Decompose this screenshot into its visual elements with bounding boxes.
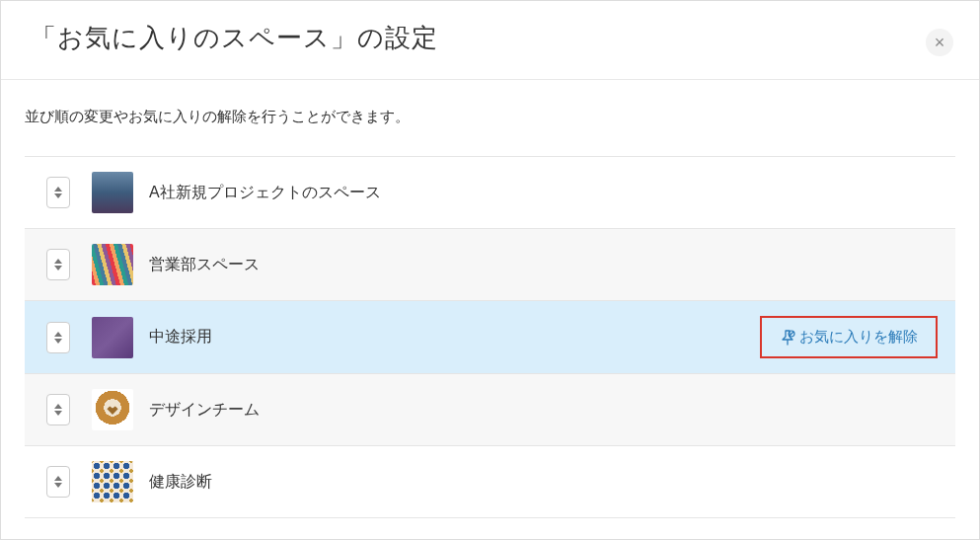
- favorite-spaces-dialog: 「お気に入りのスペース」の設定 × 並び順の変更やお気に入りの解除を行うことがで…: [0, 0, 980, 540]
- dialog-description: 並び順の変更やお気に入りの解除を行うことができます。: [25, 108, 955, 126]
- space-thumbnail: [92, 317, 133, 358]
- arrow-up-icon: [54, 404, 62, 409]
- unpin-icon: [780, 330, 795, 346]
- sort-handle[interactable]: [46, 249, 70, 280]
- arrow-up-icon: [54, 332, 62, 337]
- space-thumbnail: [92, 461, 133, 502]
- sort-handle[interactable]: [46, 394, 70, 425]
- dialog-title: 「お気に入りのスペース」の設定: [31, 21, 949, 55]
- arrow-down-icon: [54, 411, 62, 416]
- space-name: 営業部スペース: [149, 255, 938, 275]
- arrow-up-icon: [54, 476, 62, 481]
- list-item: 健康診断: [25, 446, 955, 518]
- arrow-down-icon: [54, 339, 62, 344]
- space-name: デザインチーム: [149, 400, 938, 421]
- sort-handle[interactable]: [46, 322, 70, 353]
- space-thumbnail: [92, 172, 133, 213]
- list-item: 中途採用 お気に入りを解除: [25, 301, 955, 374]
- arrow-down-icon: [54, 266, 62, 270]
- sort-handle[interactable]: [46, 177, 70, 208]
- arrow-up-icon: [54, 187, 62, 192]
- close-button[interactable]: ×: [926, 29, 953, 56]
- list-item: 営業部スペース: [25, 229, 955, 301]
- dialog-header: 「お気に入りのスペース」の設定 ×: [1, 1, 979, 80]
- favorite-spaces-list: A社新規プロジェクトのスペース 営業部スペース 中途採用: [25, 156, 955, 518]
- remove-favorite-highlight: お気に入りを解除: [760, 316, 938, 358]
- sort-handle[interactable]: [46, 466, 70, 498]
- list-item: デザインチーム: [25, 374, 955, 446]
- space-name: 健康診断: [149, 472, 938, 493]
- remove-favorite-label: お気に入りを解除: [799, 328, 918, 347]
- close-icon: ×: [935, 34, 945, 51]
- arrow-down-icon: [54, 193, 62, 198]
- space-thumbnail: [92, 389, 133, 430]
- dialog-body: 並び順の変更やお気に入りの解除を行うことができます。 A社新規プロジェクトのスペ…: [1, 80, 979, 518]
- remove-favorite-button[interactable]: お気に入りを解除: [770, 322, 928, 352]
- arrow-down-icon: [54, 483, 62, 488]
- space-name: 中途採用: [149, 327, 760, 347]
- arrow-up-icon: [54, 259, 62, 264]
- list-item: A社新規プロジェクトのスペース: [25, 157, 955, 229]
- space-thumbnail: [92, 244, 133, 285]
- space-name: A社新規プロジェクトのスペース: [149, 183, 938, 203]
